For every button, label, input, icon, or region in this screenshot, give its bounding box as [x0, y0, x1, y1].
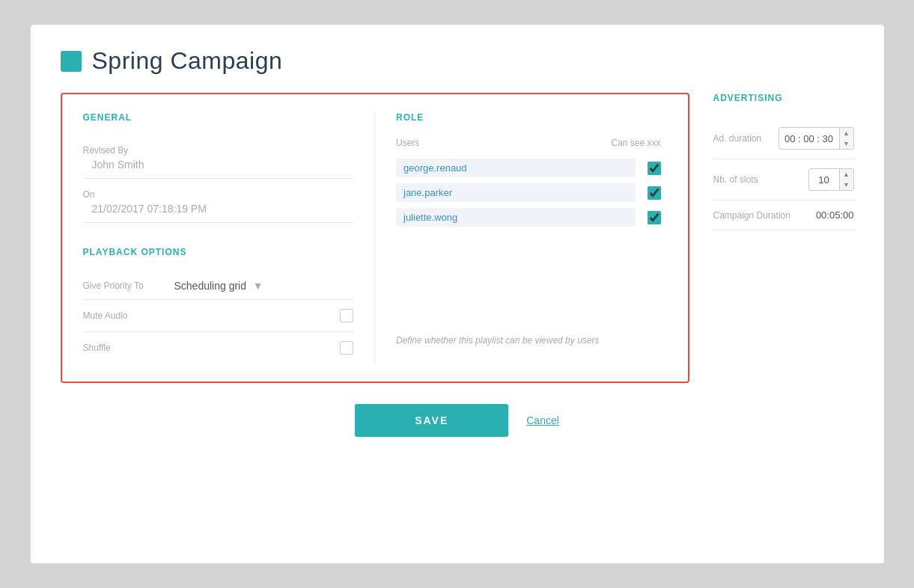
role-note: Define whether this playlist can be view… [396, 335, 667, 346]
shuffle-field: Shuffle [83, 332, 354, 364]
priority-label: Give Priority To [83, 281, 165, 291]
user-row: george.renaud [396, 156, 667, 180]
user-name-juliette: juliette.wong [396, 208, 636, 227]
mute-audio-label: Mute Audio [83, 310, 332, 321]
ad-duration-up[interactable]: ▲ [840, 128, 853, 138]
user-name-george: george.renaud [396, 159, 636, 177]
advertising-section-title: ADVERTISING [713, 93, 854, 103]
can-see-col-label: Can see xxx [611, 138, 666, 148]
user-name-jane: jane.parker [396, 183, 636, 202]
save-button[interactable]: SAVE [355, 404, 508, 437]
mute-audio-checkbox[interactable] [340, 309, 353, 322]
ad-duration-label: Ad. duration [713, 133, 762, 144]
bottom-actions: SAVE Cancel [61, 404, 854, 437]
page-title-area: Spring Campaign [61, 47, 854, 75]
user-checkbox-jane[interactable] [648, 186, 661, 200]
priority-select[interactable]: Scheduling grid Campaign Manual [174, 280, 263, 292]
nb-slots-down[interactable]: ▼ [840, 180, 853, 190]
nb-slots-spinner[interactable]: ▲ ▼ [808, 168, 854, 191]
campaign-duration-value: 00:05:00 [816, 209, 854, 221]
campaign-duration-label: Campaign Duration [713, 210, 790, 221]
priority-field: Give Priority To Scheduling grid Campaig… [83, 272, 354, 300]
general-section-title: GENERAL [83, 112, 354, 123]
ad-duration-field: Ad. duration ▲ ▼ [713, 118, 854, 159]
users-col-label: Users [396, 138, 419, 148]
campaign-duration-field: Campaign Duration 00:05:00 [713, 200, 854, 230]
priority-dropdown-wrapper[interactable]: Scheduling grid Campaign Manual ▼ [174, 280, 263, 292]
advertising-panel: ADVERTISING Ad. duration ▲ ▼ Nb. of slot… [689, 93, 854, 383]
right-column: ROLE Users Can see xxx george.renaud jan… [375, 112, 667, 364]
role-section-title: ROLE [396, 112, 667, 123]
user-checkbox-george[interactable] [648, 162, 661, 175]
modal-container: Spring Campaign GENERAL Revised By John … [31, 25, 884, 563]
nb-slots-field: Nb. of slots ▲ ▼ [713, 159, 854, 200]
left-column: GENERAL Revised By John Smith On 21/02/2… [83, 112, 376, 364]
main-content: GENERAL Revised By John Smith On 21/02/2… [61, 93, 854, 383]
ad-duration-arrows: ▲ ▼ [839, 128, 853, 149]
on-field: On 21/02/2017 07:18:19 PM [83, 182, 354, 223]
revised-by-label: Revised By [83, 145, 354, 156]
nb-slots-arrows: ▲ ▼ [839, 169, 853, 190]
revised-by-value: John Smith [83, 159, 354, 171]
role-header: Users Can see xxx [396, 138, 667, 148]
cancel-button[interactable]: Cancel [526, 414, 559, 426]
on-value: 21/02/2017 07:18:19 PM [83, 203, 354, 215]
shuffle-label: Shuffle [83, 343, 332, 353]
ad-duration-spinner[interactable]: ▲ ▼ [779, 127, 854, 150]
user-row: juliette.wong [396, 205, 667, 230]
campaign-icon [61, 51, 82, 72]
mute-audio-field: Mute Audio [83, 300, 354, 332]
nb-slots-label: Nb. of slots [713, 174, 758, 185]
on-label: On [83, 189, 354, 200]
user-row: jane.parker [396, 180, 667, 205]
revised-by-field: Revised By John Smith [83, 138, 354, 179]
shuffle-checkbox[interactable] [340, 341, 353, 355]
form-panel: GENERAL Revised By John Smith On 21/02/2… [61, 93, 689, 383]
playback-section-title: PLAYBACK OPTIONS [83, 247, 354, 257]
ad-duration-input[interactable] [779, 130, 839, 147]
ad-duration-down[interactable]: ▼ [840, 138, 853, 149]
nb-slots-up[interactable]: ▲ [840, 169, 853, 180]
playback-section: PLAYBACK OPTIONS Give Priority To Schedu… [83, 247, 354, 364]
nb-slots-input[interactable] [809, 171, 839, 189]
user-checkbox-juliette[interactable] [648, 211, 661, 224]
page-title: Spring Campaign [92, 47, 283, 75]
